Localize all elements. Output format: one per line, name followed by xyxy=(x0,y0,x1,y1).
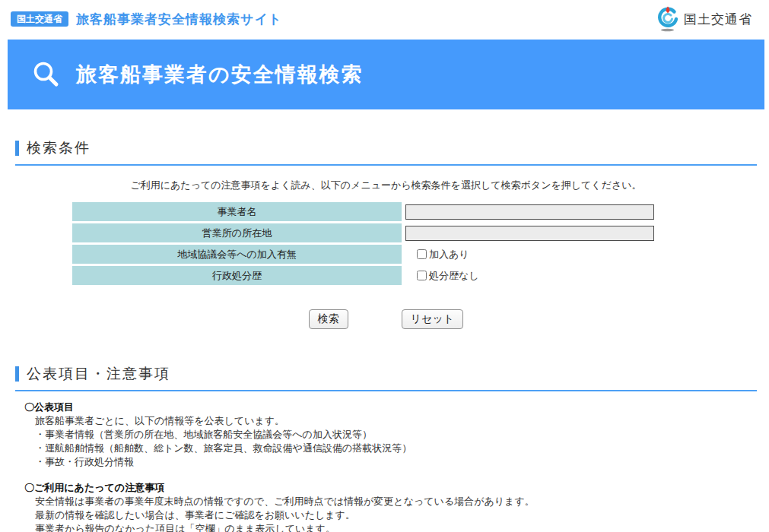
search-conditions-title: 検索条件 xyxy=(27,138,91,158)
council-membership-label: 地域協議会等への加入有無 xyxy=(72,245,402,264)
published-item: ・事故・行政処分情報 xyxy=(35,455,757,469)
page-title: 旅客船事業者の安全情報検索 xyxy=(76,61,364,88)
published-intro: 旅客船事業者ごとに、以下の情報等を公表しています。 xyxy=(35,414,757,428)
note-line: 安全情報は事業者の事業年度末時点の情報ですので、ご利用時点では情報が変更となって… xyxy=(35,495,757,508)
council-membership-checkbox-label: 加入あり xyxy=(429,248,469,261)
form-buttons: 検索 リセット xyxy=(15,309,757,329)
table-row-operator-name: 事業者名 xyxy=(72,202,655,221)
disposition-history-checkbox[interactable] xyxy=(417,271,427,280)
search-conditions-section: 検索条件 ご利用にあたっての注意事項をよく読み、以下のメニューから検索条件を選択… xyxy=(15,138,757,329)
mlit-logo-icon xyxy=(655,5,681,33)
disposition-history-label: 行政処分歴 xyxy=(72,266,402,285)
operator-name-input[interactable] xyxy=(405,204,654,220)
note-line: 事業者から報告のなかった項目は「空欄」のまま表示しています。 xyxy=(35,522,757,532)
office-location-input[interactable] xyxy=(405,226,654,241)
council-membership-checkbox[interactable] xyxy=(417,249,427,259)
heading-accent-bar xyxy=(15,366,19,382)
office-location-label: 営業所の所在地 xyxy=(72,223,402,242)
published-items-title: 公表項目・注意事項 xyxy=(27,364,170,384)
published-block-title: 〇公表項目 xyxy=(24,401,757,414)
hero-banner: 旅客船事業者の安全情報検索 xyxy=(8,40,764,109)
published-items-heading: 公表項目・注意事項 xyxy=(15,364,757,391)
search-conditions-heading: 検索条件 xyxy=(15,138,757,166)
spacer xyxy=(15,469,757,481)
table-row-office-location: 営業所の所在地 xyxy=(72,223,655,242)
table-row-council-membership: 地域協議会等への加入有無 加入あり xyxy=(72,245,655,264)
disposition-history-checkbox-label: 処分歴なし xyxy=(429,269,479,283)
reset-button[interactable]: リセット xyxy=(402,309,463,329)
notes-block-title: 〇ご利用にあたっての注意事項 xyxy=(24,481,757,495)
top-bar: 国土交通省 旅客船事業者安全情報検索サイト 国土交通省 xyxy=(0,0,769,38)
search-conditions-table: 事業者名 営業所の所在地 地域協議会等への加入有無 加入あり 行政処分歴 xyxy=(72,202,655,285)
mlit-logo-text: 国土交通省 xyxy=(684,11,752,28)
published-item: ・事業者情報（営業所の所在地、地域旅客船安全協議会等への加入状況等） xyxy=(35,428,757,442)
table-row-disposition-history: 行政処分歴 処分歴なし xyxy=(72,266,655,285)
note-line: 最新の情報を確認したい場合は、事業者にご確認をお願いいたします。 xyxy=(35,508,757,522)
published-items-section: 公表項目・注意事項 〇公表項目 旅客船事業者ごとに、以下の情報等を公表しています… xyxy=(15,364,757,532)
search-icon xyxy=(32,60,61,89)
info-body: 〇公表項目 旅客船事業者ごとに、以下の情報等を公表しています。 ・事業者情報（営… xyxy=(15,401,757,532)
site-title[interactable]: 旅客船事業者安全情報検索サイト xyxy=(76,11,282,28)
heading-accent-bar xyxy=(15,141,19,156)
search-button[interactable]: 検索 xyxy=(309,309,348,329)
disposition-history-option[interactable]: 処分歴なし xyxy=(417,269,479,283)
search-instruction: ご利用にあたっての注意事項をよく読み、以下のメニューから検索条件を選択して検索ボ… xyxy=(15,179,757,192)
published-item: ・運航船舶情報（船舶数、総トン数、旅客定員、救命設備や通信設備の搭載状況等） xyxy=(35,442,757,455)
operator-name-label: 事業者名 xyxy=(72,202,402,221)
gov-badge: 国土交通省 xyxy=(11,11,68,27)
council-membership-option[interactable]: 加入あり xyxy=(417,248,469,261)
mlit-logo-group[interactable]: 国土交通省 xyxy=(655,5,758,33)
